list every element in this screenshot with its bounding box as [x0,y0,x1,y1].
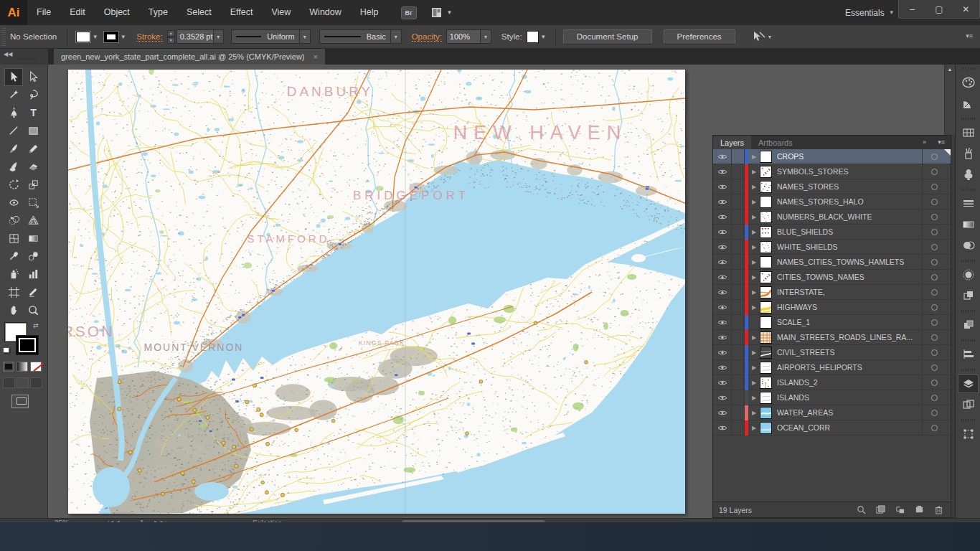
vertical-scrollbar[interactable]: ▲ [944,65,955,135]
layer-target-icon[interactable] [931,425,938,431]
brush-dropdown[interactable]: ▼ [391,29,402,44]
expand-arrow-icon[interactable]: ▶ [748,169,760,175]
layer-name[interactable]: WATER_AREAS [777,408,833,417]
stroke-weight-label[interactable]: Stroke: [136,32,162,42]
new-layer-icon[interactable] [915,505,924,514]
layer-target-icon[interactable] [931,364,938,371]
tool-artboard[interactable] [4,283,23,301]
layer-thumbnail[interactable] [760,347,772,359]
cursor-preferences-icon[interactable]: ▼ [751,31,773,42]
stroke-weight-value[interactable]: 0.3528 pt [176,29,214,44]
layer-row[interactable]: ▶CIVIL_STREETS [713,345,951,360]
layer-name[interactable]: NUMBERS_BLACK_WHITE [777,212,872,221]
visibility-eye-icon[interactable] [713,270,732,285]
tool-free-transform[interactable] [24,194,42,212]
stroke-weight-stepper[interactable]: ▲▼ [167,30,175,44]
profile-dropdown[interactable]: ▼ [300,29,311,44]
dock-graphic-styles-icon[interactable] [958,286,979,305]
visibility-eye-icon[interactable] [713,240,732,255]
document-tab[interactable]: green_new_york_state_part_complete_all.a… [54,49,325,65]
dock-stroke-icon[interactable] [958,194,979,213]
expand-arrow-icon[interactable]: ▶ [748,395,760,401]
tool-pen[interactable] [4,104,23,122]
visibility-eye-icon[interactable] [713,149,732,164]
layer-target-icon[interactable] [931,244,938,250]
visibility-eye-icon[interactable] [713,164,732,179]
layer-row[interactable]: SCALE_1 [713,315,951,330]
tool-pencil[interactable] [24,140,42,158]
lock-cell[interactable] [732,375,745,390]
preferences-button[interactable]: Preferences [664,29,735,44]
none-button[interactable] [30,362,42,372]
layer-row[interactable]: ▶ISLANDS [713,390,951,405]
arrange-documents-button[interactable]: ▼ [431,7,453,19]
tool-eraser[interactable] [24,158,42,176]
layer-name[interactable]: CIVIL_STREETS [777,348,835,357]
tool-slice[interactable] [24,283,42,301]
layer-target-icon[interactable] [931,289,938,296]
layer-target-icon[interactable] [931,154,938,160]
opacity-dropdown[interactable]: ▼ [481,29,491,44]
visibility-eye-icon[interactable] [713,360,732,375]
expand-arrow-icon[interactable]: ▶ [748,304,760,311]
expand-arrow-icon[interactable]: ▶ [748,199,760,205]
layer-target-icon[interactable] [931,410,938,416]
stroke-swatch[interactable] [17,336,38,354]
layer-target-icon[interactable] [931,229,938,235]
visibility-eye-icon[interactable] [713,225,732,240]
layer-name[interactable]: ISLANDS_2 [777,378,818,387]
layer-thumbnail[interactable] [760,211,772,223]
new-sublayer-icon[interactable] [895,505,905,514]
lock-cell[interactable] [732,164,745,179]
menu-object[interactable]: Object [95,0,139,25]
lock-cell[interactable] [732,209,745,225]
layer-target-icon[interactable] [931,259,938,265]
lock-cell[interactable] [732,149,745,164]
dock-color-guide-icon[interactable] [958,94,979,113]
tab-layers[interactable]: Layers [713,136,751,149]
lock-cell[interactable] [732,179,745,194]
layer-target-icon[interactable] [931,380,938,386]
dock-pathfinder-icon[interactable] [958,316,979,334]
expand-arrow-icon[interactable]: ▶ [748,349,760,356]
close-document-icon[interactable]: × [314,52,318,61]
tool-paintbrush[interactable] [4,140,23,158]
layer-name[interactable]: CROPS [777,152,804,161]
gradient-button[interactable] [17,362,28,372]
visibility-eye-icon[interactable] [713,420,732,435]
expand-arrow-icon[interactable]: ▶ [748,425,760,431]
menu-type[interactable]: Type [139,0,177,25]
expand-arrow-icon[interactable]: ▶ [748,184,760,190]
visibility-eye-icon[interactable] [713,209,732,225]
tool-rotate[interactable] [4,176,23,194]
lock-cell[interactable] [732,360,745,375]
layer-name[interactable]: CITIES_TOWNS_NAMES [777,273,864,281]
tool-mesh[interactable] [4,230,23,248]
lock-cell[interactable] [732,270,745,285]
layer-row[interactable]: ▶OCEAN_CORR [713,420,951,435]
fill-color-swatch[interactable]: ▼ [76,29,100,44]
dock-color-icon[interactable] [958,73,979,92]
layer-target-icon[interactable] [931,334,938,341]
expand-arrow-icon[interactable]: ▶ [748,259,760,265]
tool-direct-selection[interactable] [24,68,42,86]
lock-cell[interactable] [732,330,745,345]
screen-mode-button[interactable] [11,395,29,408]
layer-row[interactable]: ▶HIGHWAYS [713,300,951,315]
layer-row[interactable]: ▶SYMBOLS_STORES [713,164,951,179]
layer-target-icon[interactable] [931,214,938,220]
layer-thumbnail[interactable] [760,422,772,434]
dock-transform-icon[interactable] [958,425,979,443]
layer-row[interactable]: ▶CROPS [713,149,951,164]
panel-menu-icon[interactable]: ▾≡ [938,138,945,146]
layer-row[interactable]: ▶WHITE_SHIELDS [713,240,951,255]
tool-blend[interactable] [24,248,42,265]
tool-symbol-sprayer[interactable] [4,265,23,283]
tool-type[interactable]: T [24,104,42,122]
illustrator-logo[interactable]: Ai [0,0,27,25]
expand-arrow-icon[interactable]: ▶ [748,380,760,386]
expand-arrow-icon[interactable]: ▶ [748,364,760,371]
visibility-eye-icon[interactable] [713,194,732,209]
layer-name[interactable]: INTERSTATE, [777,288,825,296]
menu-view[interactable]: View [262,0,300,25]
